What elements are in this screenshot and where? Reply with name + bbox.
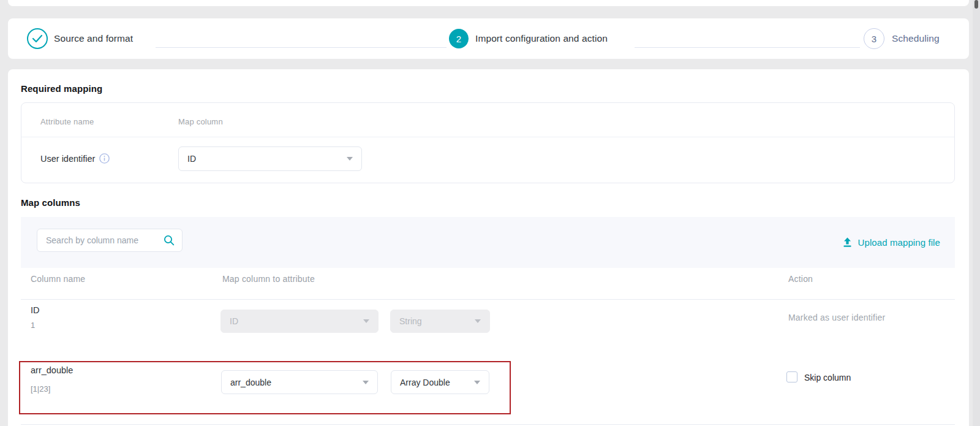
map-columns-toolbar: Upload mapping file <box>21 217 955 268</box>
column-search-box[interactable] <box>37 229 183 252</box>
chevron-down-icon <box>363 381 369 384</box>
map-column-header: Map column <box>178 117 223 126</box>
step-2-current-circle[interactable]: 2 <box>449 29 469 48</box>
user-identifier-label-row: User identifier <box>40 153 110 164</box>
step-1-label[interactable]: Source and format <box>54 18 133 59</box>
row-id-attribute-select: ID <box>221 310 379 333</box>
row-bottom-divider <box>21 424 955 425</box>
chevron-down-icon <box>474 381 480 384</box>
row-id-column-name: ID <box>31 305 40 315</box>
stepper-connector-1 <box>156 47 447 48</box>
step-3-number: 3 <box>872 34 876 44</box>
row-arr-double-type-value: Array Double <box>400 378 450 387</box>
table-header-map-attribute: Map column to attribute <box>222 274 315 284</box>
scrollbar-track[interactable] <box>973 0 980 426</box>
required-mapping-divider <box>21 137 954 137</box>
attribute-name-header: Attribute name <box>40 117 94 126</box>
user-identifier-selected-value: ID <box>187 154 196 164</box>
wizard-stepper: Source and format 2 Import configuration… <box>8 18 969 59</box>
row-arr-double-attribute-select[interactable]: arr_double <box>221 370 378 394</box>
search-icon[interactable] <box>164 235 175 246</box>
chevron-down-icon <box>363 319 369 323</box>
table-header-divider <box>21 299 955 300</box>
info-icon[interactable] <box>99 153 110 164</box>
chevron-down-icon <box>475 319 481 323</box>
step-2-number: 2 <box>456 34 461 44</box>
row-id-attribute-value: ID <box>230 316 238 326</box>
step-2-label[interactable]: Import configuration and action <box>475 18 608 59</box>
user-identifier-map-column-select[interactable]: ID <box>178 146 362 171</box>
row-arr-double-attribute-value: arr_double <box>230 378 271 387</box>
previous-card-edge <box>8 0 969 6</box>
upload-mapping-file-button[interactable]: Upload mapping file <box>842 217 940 268</box>
row-id-type-value: String <box>399 316 422 326</box>
user-identifier-label: User identifier <box>40 154 95 164</box>
import-configuration-panel: Required mapping Attribute name Map colu… <box>8 69 969 426</box>
row-arr-double-type-select[interactable]: Array Double <box>391 370 489 394</box>
required-mapping-title: Required mapping <box>21 83 102 94</box>
table-header-action: Action <box>788 274 813 284</box>
row-id-sample-value: 1 <box>31 321 35 330</box>
skip-column-checkbox[interactable] <box>786 371 797 382</box>
step-3-label[interactable]: Scheduling <box>892 18 940 59</box>
row-arr-double-sample-value: [1|23] <box>31 384 50 394</box>
row-id-action-text: Marked as user identifier <box>788 313 885 322</box>
check-icon <box>32 34 43 43</box>
step-1-completed-circle[interactable] <box>27 28 48 49</box>
upload-mapping-file-label: Upload mapping file <box>858 237 940 248</box>
row-arr-double-column-name: arr_double <box>31 365 73 375</box>
row-id-type-select: String <box>390 310 490 333</box>
table-header-column-name: Column name <box>31 274 85 284</box>
skip-column-label[interactable]: Skip column <box>804 373 851 382</box>
chevron-down-icon <box>347 157 353 161</box>
upload-icon <box>842 237 853 248</box>
stepper-connector-2 <box>635 47 860 48</box>
step-3-circle[interactable]: 3 <box>864 28 884 49</box>
required-mapping-card: Attribute name Map column User identifie… <box>21 102 955 183</box>
map-columns-title: Map columns <box>21 197 80 208</box>
scrollbar-thumb[interactable] <box>974 0 978 9</box>
search-input[interactable] <box>46 235 164 245</box>
